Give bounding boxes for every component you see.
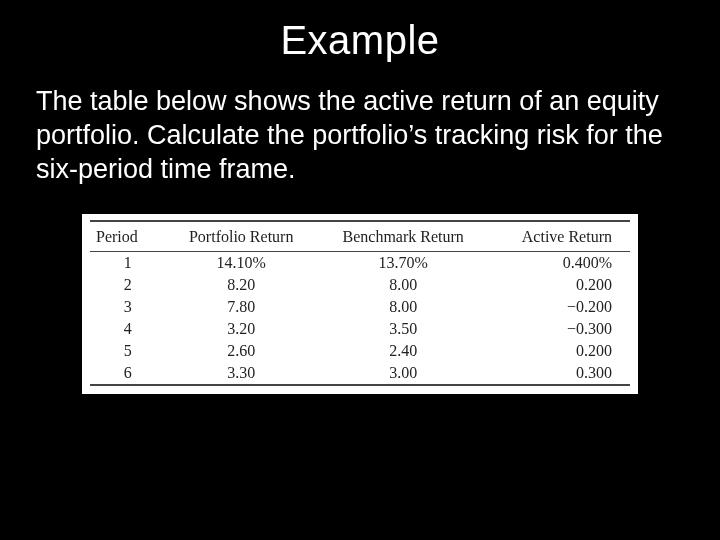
cell-benchmark-return: 8.00 [317,274,490,296]
problem-statement: The table below shows the active return … [36,85,684,186]
col-header-portfolio-return: Portfolio Return [166,221,317,252]
table-row: 1 14.10% 13.70% 0.400% [90,252,630,275]
table-row: 2 8.20 8.00 0.200 [90,274,630,296]
cell-period: 6 [90,362,166,385]
cell-benchmark-return: 3.50 [317,318,490,340]
cell-active-return: 0.200 [490,274,630,296]
cell-period: 3 [90,296,166,318]
table-header-row: Period Portfolio Return Benchmark Return… [90,221,630,252]
table-row: 6 3.30 3.00 0.300 [90,362,630,385]
col-header-active-return: Active Return [490,221,630,252]
slide: Example The table below shows the active… [0,0,720,540]
cell-active-return: −0.200 [490,296,630,318]
cell-period: 4 [90,318,166,340]
data-table-container: Period Portfolio Return Benchmark Return… [82,214,638,394]
cell-benchmark-return: 13.70% [317,252,490,275]
cell-portfolio-return: 7.80 [166,296,317,318]
cell-portfolio-return: 14.10% [166,252,317,275]
table-row: 4 3.20 3.50 −0.300 [90,318,630,340]
table-row: 3 7.80 8.00 −0.200 [90,296,630,318]
cell-portfolio-return: 2.60 [166,340,317,362]
cell-benchmark-return: 3.00 [317,362,490,385]
cell-active-return: −0.300 [490,318,630,340]
cell-period: 5 [90,340,166,362]
table-row: 5 2.60 2.40 0.200 [90,340,630,362]
cell-portfolio-return: 8.20 [166,274,317,296]
data-table: Period Portfolio Return Benchmark Return… [90,220,630,386]
cell-active-return: 0.200 [490,340,630,362]
cell-active-return: 0.300 [490,362,630,385]
page-title: Example [36,18,684,63]
cell-period: 2 [90,274,166,296]
col-header-benchmark-return: Benchmark Return [317,221,490,252]
cell-benchmark-return: 2.40 [317,340,490,362]
col-header-period: Period [90,221,166,252]
table-body: 1 14.10% 13.70% 0.400% 2 8.20 8.00 0.200… [90,252,630,386]
cell-portfolio-return: 3.20 [166,318,317,340]
cell-active-return: 0.400% [490,252,630,275]
cell-portfolio-return: 3.30 [166,362,317,385]
cell-period: 1 [90,252,166,275]
cell-benchmark-return: 8.00 [317,296,490,318]
